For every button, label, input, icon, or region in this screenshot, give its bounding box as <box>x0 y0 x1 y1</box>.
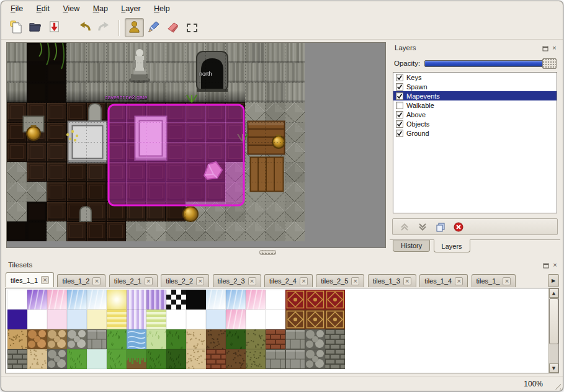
close-panel-icon[interactable]: × <box>550 44 558 52</box>
lower-layer-button[interactable] <box>417 221 428 233</box>
menu-map[interactable]: Map <box>87 3 114 14</box>
layer-row-objects[interactable]: Objects <box>393 119 557 128</box>
raise-layer-button[interactable] <box>399 221 410 233</box>
eraser-tool-button[interactable] <box>163 18 182 37</box>
layers-panel-title: Layers × <box>390 42 560 55</box>
tileset-tab-tiles_1_2[interactable]: tiles_1_2× <box>57 274 105 287</box>
open-map-button[interactable] <box>25 18 45 37</box>
dock-tab-bar: History Layers <box>390 239 560 256</box>
map-event-label-north: north <box>199 71 212 77</box>
layers-panel-title-text: Layers <box>395 44 416 51</box>
close-tab-icon[interactable]: × <box>248 277 256 285</box>
redo-icon <box>97 20 111 36</box>
layer-visible-checkbox[interactable] <box>396 74 403 81</box>
scrollbar-thumb[interactable] <box>549 298 558 344</box>
menu-view[interactable]: View <box>57 3 85 14</box>
toolbar-separator <box>119 20 120 36</box>
close-tab-icon[interactable]: × <box>455 277 463 285</box>
layer-row-spawn[interactable]: Spawn <box>393 82 557 91</box>
opacity-label: Opacity: <box>394 60 420 67</box>
tab-history[interactable]: History <box>393 240 430 252</box>
close-tab-icon[interactable]: × <box>92 277 101 285</box>
eraser-icon <box>166 20 180 36</box>
float-panel-icon[interactable] <box>542 261 550 269</box>
tileset-tab-tiles_2_1[interactable]: tiles_2_1× <box>109 274 158 287</box>
tileset-tab-tiles_2_4[interactable]: tiles_2_4× <box>264 274 313 287</box>
layer-name: Keys <box>406 74 421 81</box>
splitter-handle[interactable] <box>259 250 276 255</box>
save-map-button[interactable] <box>45 18 64 37</box>
scroll-down-button[interactable]: ▼ <box>549 363 558 373</box>
duplicate-layer-button[interactable] <box>435 221 446 233</box>
tileset-tab-strip: tiles_1_1× tiles_1_2× tiles_2_1× tiles_2… <box>5 272 546 288</box>
layer-name: Above <box>406 111 426 118</box>
layer-visible-checkbox[interactable] <box>396 102 403 109</box>
arrow-right-icon: ▶ <box>552 278 555 283</box>
app-window: File Edit View Map Layer Help <box>1 1 563 391</box>
tab-layers[interactable]: Layers <box>434 239 470 252</box>
layer-row-keys[interactable]: Keys <box>393 73 557 82</box>
rect-select-icon <box>187 24 197 32</box>
layer-name: Spawn <box>406 83 427 91</box>
map-event-label-caveshrine: caveshrine2 gate <box>105 94 148 100</box>
layer-visible-checkbox[interactable] <box>396 92 403 100</box>
float-panel-icon[interactable] <box>541 44 549 52</box>
delete-layer-button[interactable] <box>453 221 464 233</box>
layer-row-mapevents[interactable]: Mapevents <box>393 91 557 100</box>
tileset-view: ▲ ▼ <box>5 288 559 373</box>
map-canvas[interactable] <box>7 43 305 241</box>
tab-scroll-right-button[interactable]: ▶ <box>548 274 559 287</box>
fill-tool-button[interactable] <box>144 18 163 37</box>
statusbar: 100% <box>1 376 563 391</box>
scroll-up-button[interactable]: ▲ <box>549 288 558 298</box>
tileset-tab-tiles_1_1[interactable]: tiles_1_1× <box>6 272 54 287</box>
map-view: north caveshrine2 gate <box>6 42 386 248</box>
tileset-tab-tiles_2_5[interactable]: tiles_2_5× <box>316 274 364 287</box>
tileset-tab-tiles_2_2[interactable]: tiles_2_2× <box>161 274 209 287</box>
tileset-tab-tiles_1_5[interactable]: tiles_1_× <box>472 274 516 287</box>
close-tab-icon[interactable]: × <box>145 277 153 285</box>
tileset-canvas[interactable] <box>7 290 345 369</box>
close-tab-icon[interactable]: × <box>503 277 511 285</box>
layer-visible-checkbox[interactable] <box>396 111 403 118</box>
arrow-down-icon: ▼ <box>552 366 555 371</box>
menu-layer[interactable]: Layer <box>115 3 146 14</box>
select-tool-button[interactable] <box>182 18 202 37</box>
tileset-tab-tiles_1_4[interactable]: tiles_1_4× <box>419 274 468 287</box>
stamp-tool-button[interactable] <box>125 18 144 37</box>
menu-file[interactable]: File <box>5 3 29 14</box>
menu-edit[interactable]: Edit <box>31 3 56 14</box>
layer-row-above[interactable]: Above <box>393 110 557 119</box>
opacity-slider-handle[interactable] <box>542 58 557 69</box>
close-tab-icon[interactable]: × <box>41 276 49 284</box>
layer-toolbar <box>392 218 558 235</box>
layer-visible-checkbox[interactable] <box>396 130 403 137</box>
layer-visible-checkbox[interactable] <box>396 83 403 91</box>
close-tab-icon[interactable]: × <box>351 277 359 285</box>
new-file-icon <box>9 20 23 36</box>
menubar: File Edit View Map Layer Help <box>1 1 563 16</box>
new-map-button[interactable] <box>6 18 25 37</box>
close-tab-icon[interactable]: × <box>196 277 204 285</box>
main-toolbar <box>1 16 563 40</box>
ink-fill-icon <box>146 20 161 36</box>
layer-name: Objects <box>406 120 429 128</box>
layer-row-walkable[interactable]: Walkable <box>393 100 557 110</box>
opacity-slider[interactable] <box>424 60 557 67</box>
layer-row-ground[interactable]: Ground <box>393 128 557 138</box>
resize-grip[interactable] <box>552 381 561 390</box>
tileset-scrollbar[interactable]: ▲ ▼ <box>548 288 558 373</box>
tileset-tab-tiles_2_3[interactable]: tiles_2_3× <box>213 274 261 287</box>
tilesets-panel-title-text: Tilesets <box>8 261 32 269</box>
layer-name: Mapevents <box>406 92 440 100</box>
undo-button[interactable] <box>75 18 94 37</box>
close-panel-icon[interactable]: × <box>551 261 559 269</box>
chevron-up-icon <box>400 222 410 232</box>
zoom-level: 100% <box>524 380 543 388</box>
redo-button[interactable] <box>94 18 114 37</box>
close-tab-icon[interactable]: × <box>300 277 308 285</box>
tileset-tab-tiles_1_3[interactable]: tiles_1_3× <box>368 274 416 287</box>
close-tab-icon[interactable]: × <box>403 277 411 285</box>
layer-visible-checkbox[interactable] <box>396 120 403 128</box>
menu-help[interactable]: Help <box>148 3 176 14</box>
